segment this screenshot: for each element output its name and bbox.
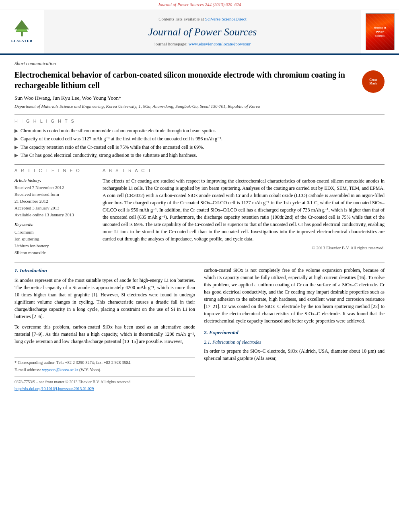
journal-citation-bar: Journal of Power Sources 244 (2013) 620–… — [0, 0, 399, 10]
journal-cover-area: Journal ofPowerSources — [361, 10, 399, 53]
highlight-arrow-3: ▶ — [14, 144, 18, 151]
content-area: Short communication Electrochemical beha… — [0, 55, 399, 397]
date-1: Received 7 November 2012 — [14, 185, 93, 191]
highlight-item-1: ▶ Chromium is coated unto the silicon mo… — [14, 127, 385, 134]
highlights-section: H I G H L I G H T S ▶ Chromium is coated… — [14, 118, 385, 159]
footer-bar: 0378-7753/$ – see front matter © 2013 El… — [14, 376, 195, 392]
journal-title-main: Journal of Power Sources — [148, 25, 257, 40]
footer-issn: 0378-7753/$ – see front matter © 2013 El… — [14, 379, 195, 385]
highlights-label: H I G H L I G H T S — [14, 118, 385, 125]
body-right-para-1: carbon-coated SiOx is not completely fre… — [204, 267, 385, 325]
divider-2 — [14, 164, 385, 164]
date-2: Received in revised form — [14, 191, 93, 198]
doi-link[interactable]: http://dx.doi.org/10.1016/j.jpowsour.201… — [14, 386, 94, 391]
article-type: Short communication — [14, 60, 385, 67]
citation-text: Journal of Power Sources 244 (2013) 620–… — [158, 2, 241, 7]
sciverse-text: Contents lists available at SciVerse Sci… — [158, 16, 246, 23]
date-4: Accepted 3 January 2013 — [14, 205, 93, 212]
article-info-col: A R T I C L E I N F O Article history: R… — [14, 168, 93, 257]
affiliation: Department of Materials Science and Engi… — [14, 103, 385, 110]
homepage-label: journal homepage: — [154, 41, 189, 46]
abstract-col: A B S T R A C T The effects of Cr coatin… — [103, 168, 385, 257]
article-title-container: Electrochemical behavior of carbon-coate… — [14, 70, 385, 90]
svg-rect-0 — [21, 32, 23, 37]
article-info-label: A R T I C L E I N F O — [14, 168, 93, 174]
article-title: Electrochemical behavior of carbon-coate… — [14, 70, 356, 90]
divider-3 — [14, 262, 385, 263]
email-link[interactable]: wyyoon@korea.ac.kr — [42, 368, 78, 372]
journal-header: ELSEVIER Contents lists available at Sci… — [0, 10, 399, 55]
date-3: 21 December 2012 — [14, 198, 93, 205]
body-left: 1. Introduction Si anodes represent one … — [14, 267, 195, 392]
body-section: 1. Introduction Si anodes represent one … — [14, 267, 385, 392]
highlight-text-2: Capacity of the coated cell was 1127 mAh… — [21, 136, 222, 142]
sciverse-link[interactable]: SciVerse ScienceDirect — [205, 16, 247, 21]
date-5: Available online 13 January 2013 — [14, 212, 93, 218]
keyword-2: Ion sputtering — [14, 236, 93, 242]
section2-1-heading: 2.1. Fabrication of electrodes — [204, 339, 385, 346]
highlight-text-4: The Cr has good electrical conductivity,… — [21, 152, 197, 159]
keyword-3: Lithium ion battery — [14, 243, 93, 249]
section2-number: 2. — [204, 329, 208, 335]
section1-title: Introduction — [20, 267, 47, 273]
highlight-text-3: The capacity retention ratio of the Cr-c… — [21, 144, 204, 151]
highlight-text-1: Chromium is coated unto the silicon mono… — [21, 127, 216, 134]
body-right: carbon-coated SiOx is not completely fre… — [204, 267, 385, 392]
section2-1-para: In order to prepare the SiOx–C electrode… — [204, 347, 385, 362]
elsevier-tree-icon — [11, 19, 33, 37]
section2-heading: 2. Experimental — [204, 329, 385, 337]
highlight-arrow-1: ▶ — [14, 127, 18, 134]
highlight-arrow-2: ▶ — [14, 136, 18, 142]
header-center: Contents lists available at SciVerse Sci… — [44, 10, 361, 53]
divider-1 — [14, 115, 385, 115]
elsevier-logo-area: ELSEVIER — [0, 10, 44, 53]
keyword-1: Chromium — [14, 229, 93, 236]
footer-doi: http://dx.doi.org/10.1016/j.jpowsour.201… — [14, 386, 195, 392]
section2-title: Experimental — [209, 329, 239, 335]
keywords-label: Keywords: — [14, 222, 93, 228]
section1-number: 1. — [14, 267, 19, 273]
svg-marker-3 — [14, 20, 29, 29]
section1-heading: 1. Introduction — [14, 267, 195, 275]
abstract-label: A B S T R A C T — [103, 168, 385, 174]
elsevier-brand-text: ELSEVIER — [11, 39, 33, 44]
journal-homepage: journal homepage: www.elsevier.com/locat… — [154, 41, 251, 47]
body-para-1: Si anodes represent one of the most suit… — [14, 277, 195, 320]
authors: Sun Woo Hwang, Jun Kyu Lee, Woo Young Yo… — [14, 94, 385, 102]
highlight-item-4: ▶ The Cr has good electrical conductivit… — [14, 152, 385, 159]
section2-1-number: 2.1. — [204, 339, 211, 345]
journal-cover-image: Journal ofPowerSources — [366, 13, 395, 50]
footnote-corresponding: * Corresponding author. Tel.: +82 2 3290… — [14, 359, 195, 366]
body-para-2: To overcome this problem, carbon-coated … — [14, 323, 195, 345]
abstract-text: The effects of Cr coating are studied wi… — [103, 177, 385, 242]
footnote-section: * Corresponding author. Tel.: +82 2 3290… — [14, 357, 195, 373]
footnote-email: E-mail address: wyyoon@korea.ac.kr (W.Y.… — [14, 367, 195, 373]
highlight-item-2: ▶ Capacity of the coated cell was 1127 m… — [14, 136, 385, 142]
highlight-arrow-4: ▶ — [14, 152, 18, 159]
highlight-item-3: ▶ The capacity retention ratio of the Cr… — [14, 144, 385, 151]
homepage-link[interactable]: www.elsevier.com/locate/jpowsour — [189, 41, 251, 46]
section2-1-title: Fabrication of electrodes — [212, 339, 261, 345]
crossmark-badge: CrossMark — [362, 70, 385, 93]
article-history-label: Article history: — [14, 177, 93, 184]
article-info-abstract: A R T I C L E I N F O Article history: R… — [14, 168, 385, 257]
abstract-copyright: © 2013 Elsevier B.V. All rights reserved… — [103, 245, 385, 251]
keyword-4: Silicon monoxide — [14, 250, 93, 256]
